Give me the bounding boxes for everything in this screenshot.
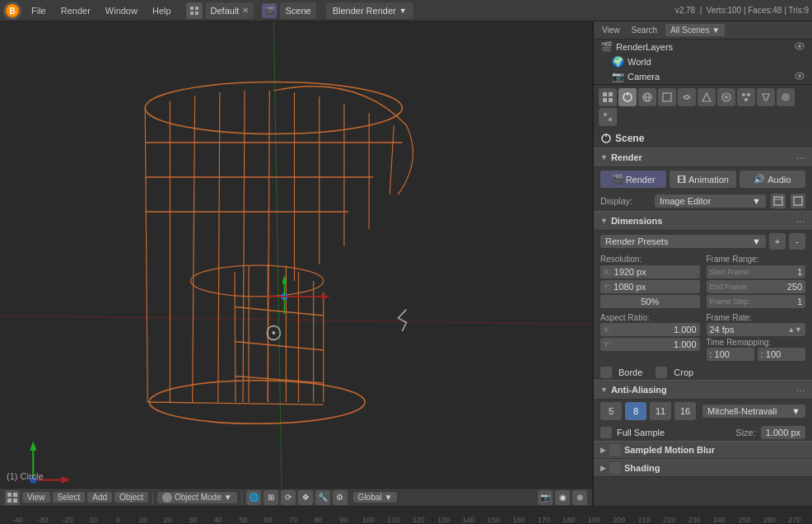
svg-point-90 [742, 93, 745, 96]
prop-tab-object[interactable] [658, 88, 676, 106]
svg-rect-95 [609, 113, 612, 116]
full-sample-row: Full Sample Size: 1.000 px [594, 424, 812, 441]
vt-icon-6[interactable]: ⚙ [333, 490, 348, 505]
layout-selector[interactable]: Default ✕ [206, 2, 254, 19]
resolution-label: Resolution: [600, 254, 700, 264]
timeline-mark: 90 [331, 516, 356, 524]
renderlayers-icon: 🎬 [600, 41, 613, 53]
time-remap-old[interactable]: : 100 [707, 348, 754, 361]
res-y-input[interactable]: Y: 1080 px [600, 280, 700, 293]
mode-dropdown-icon: ▼ [224, 493, 232, 502]
outliner-item-renderlayers[interactable]: 🎬 RenderLayers [594, 40, 812, 54]
vt-mode-dropdown[interactable]: Object Mode ▼ [157, 492, 237, 503]
smb-checkbox[interactable] [609, 444, 621, 456]
vt-add-btn[interactable]: Add [87, 492, 112, 503]
vt-right-icon-1[interactable]: 📷 [538, 490, 553, 505]
menu-file[interactable]: File [25, 4, 53, 17]
aspect-y-input[interactable]: Y: 1.000 [600, 338, 700, 351]
menu-help[interactable]: Help [146, 4, 178, 17]
svg-rect-96 [604, 118, 607, 121]
vt-icon-5[interactable]: 🔧 [315, 490, 330, 505]
menu-render[interactable]: Render [54, 4, 97, 17]
prop-tab-tex[interactable] [599, 108, 617, 126]
aa-preset-dropdown[interactable]: Mitchell-Netravali ▼ [702, 405, 805, 418]
viewport-grid [0, 21, 592, 506]
presets-remove-btn[interactable]: - [789, 233, 805, 250]
prop-tab-scene[interactable] [618, 88, 637, 106]
prop-tab-particles[interactable] [737, 88, 755, 106]
aa-num-8[interactable]: 8 [625, 402, 646, 420]
borde-checkbox[interactable] [600, 367, 612, 378]
viewport[interactable]: User Ortho [0, 21, 594, 506]
resolution-col: Resolution: X: 1920 px Y: 1080 px 50% [600, 254, 700, 308]
framerate-input[interactable]: 24 fps ▲▼ [707, 323, 806, 336]
vt-icon-1[interactable]: 🌐 [246, 490, 261, 505]
menu-window[interactable]: Window [99, 4, 144, 17]
vt-icon-2[interactable]: ⊞ [264, 490, 278, 505]
prop-tab-constraints[interactable] [678, 88, 696, 106]
vt-right-icon-2[interactable]: ◉ [555, 490, 570, 505]
outliner-item-world[interactable]: 🌍 World [594, 54, 812, 69]
timeline-mark: 150 [481, 516, 506, 524]
animation-button[interactable]: 🎞 Animation [670, 171, 735, 188]
layout-grid-icon [186, 2, 203, 19]
viewport-view-icon[interactable] [5, 490, 20, 505]
prop-tab-mat[interactable] [777, 88, 795, 106]
aa-num-5[interactable]: 5 [600, 402, 622, 420]
scene-selector[interactable]: Scene [280, 2, 315, 19]
outliner-scope-dropdown[interactable]: All Scenes ▼ [665, 24, 725, 36]
time-remap-new[interactable]: : 100 [758, 348, 805, 361]
prop-tab-data[interactable] [717, 88, 735, 106]
timeline-mark: 230 [682, 516, 707, 524]
vt-global-dropdown[interactable]: Global ▼ [353, 492, 398, 503]
presets-add-btn[interactable]: + [769, 233, 786, 250]
aa-num-11[interactable]: 11 [650, 402, 671, 420]
aspect-x-input[interactable]: X: 1.000 [600, 323, 700, 336]
antialiasing-section-header[interactable]: ▼ Anti-Aliasing ··· [594, 380, 812, 400]
aa-num-16[interactable]: 16 [674, 402, 696, 420]
vt-icon-4[interactable]: ✥ [298, 490, 313, 505]
outliner-item-camera[interactable]: 📷 Camera [594, 69, 812, 84]
prop-tab-physics[interactable] [757, 88, 775, 106]
frame-step-input[interactable]: Frame Step: 1 [707, 295, 806, 308]
vt-icon-3[interactable]: ⟳ [281, 490, 296, 505]
timeline-marks: -40-30-20-100102030405060708090100110120… [0, 507, 812, 524]
render-button[interactable]: 🎬 Render [600, 171, 666, 188]
smb-section-header[interactable]: ▶ Sampled Motion Blur [594, 441, 812, 459]
vt-select-btn[interactable]: Select [53, 492, 86, 503]
dimensions-section-header[interactable]: ▼ Dimensions ··· [594, 211, 812, 231]
vt-object-btn[interactable]: Object [114, 492, 148, 503]
audio-button[interactable]: 🔊 Audio [740, 171, 805, 188]
render-presets-dropdown[interactable]: Render Presets ▼ [600, 235, 766, 248]
end-frame-input[interactable]: End Frame: 250 [707, 280, 806, 293]
outliner-search-btn[interactable]: Search [628, 25, 661, 35]
display-icon-btn-1[interactable] [771, 194, 786, 208]
prop-tab-world[interactable] [638, 88, 656, 106]
vt-view-btn[interactable]: View [22, 492, 50, 503]
timeline-mark: 260 [757, 516, 782, 524]
vt-right-icon-3[interactable]: ⊕ [572, 490, 587, 505]
res-percent-input[interactable]: 50% [600, 295, 700, 308]
svg-rect-86 [663, 93, 671, 101]
outliner-view-btn[interactable]: View [599, 25, 623, 35]
display-icon-btn-2[interactable] [791, 194, 805, 208]
display-dropdown[interactable]: Image Editor ▼ [655, 194, 766, 208]
timeline-mark: -20 [55, 516, 80, 524]
aa-title: Anti-Aliasing [611, 385, 792, 395]
start-frame-input[interactable]: Start Frame: 1 [707, 265, 806, 278]
timeline-mark: 30 [180, 516, 205, 524]
shading-section-header[interactable]: ▶ Shading [594, 459, 812, 477]
render-section-header[interactable]: ▼ Render ··· [594, 147, 812, 167]
shading-checkbox[interactable] [609, 462, 621, 474]
prop-tab-render[interactable] [599, 88, 617, 106]
aa-values-row: 5 8 11 16 Mitchell-Netravali ▼ [594, 400, 812, 423]
prop-tab-modifier[interactable] [698, 88, 716, 106]
dimensions-title: Dimensions [611, 216, 792, 226]
aa-size-input[interactable]: 1.000 px [761, 426, 805, 439]
res-x-input[interactable]: X: 1920 px [600, 265, 700, 278]
crop-checkbox[interactable] [656, 367, 667, 378]
full-sample-label: Full Sample [617, 428, 665, 437]
engine-selector[interactable]: Blender Render ▼ [326, 2, 413, 19]
res-frame-row: Resolution: X: 1920 px Y: 1080 px 50% Fr… [594, 252, 812, 310]
full-sample-checkbox[interactable] [600, 427, 612, 438]
